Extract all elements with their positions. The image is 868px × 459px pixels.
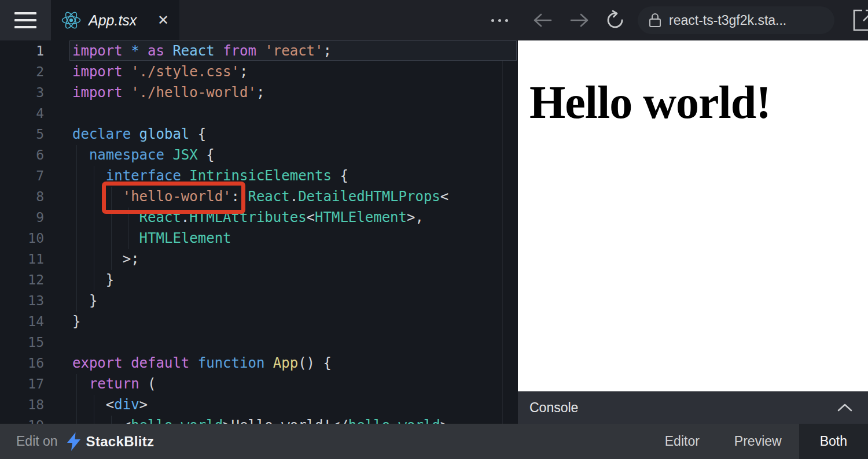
stackblitz-brand-label: StackBlitz: [86, 434, 155, 450]
line-number: 3: [0, 82, 44, 103]
view-tab-both[interactable]: Both: [799, 424, 868, 459]
code-line[interactable]: 2import './style.css';: [0, 61, 518, 82]
line-number: 8: [0, 186, 44, 207]
line-number: 15: [0, 332, 44, 353]
line-number: 12: [0, 269, 44, 290]
line-number: 2: [0, 61, 44, 82]
code-lines: 1import * as React from 'react';2import …: [0, 40, 518, 424]
editor-scrollbar-track[interactable]: [502, 40, 503, 424]
code-line[interactable]: 6 namespace JSX {: [0, 145, 518, 165]
code-line[interactable]: 16export default function App() {: [0, 353, 518, 373]
code-line[interactable]: 3import './hello-world';: [0, 82, 518, 103]
line-number: 7: [0, 165, 44, 186]
top-bar: App.tsx ✕ react-ts: [0, 0, 868, 40]
stackblitz-bolt-icon: [67, 432, 80, 451]
line-number: 5: [0, 124, 44, 145]
forward-button[interactable]: [567, 8, 593, 33]
stackblitz-embed: App.tsx ✕ react-ts: [0, 0, 868, 459]
code-line[interactable]: 13 }: [0, 290, 518, 311]
line-number: 11: [0, 249, 44, 269]
code-line[interactable]: 5declare global {: [0, 124, 518, 145]
console-panel-header[interactable]: Console: [518, 391, 868, 424]
edit-on-stackblitz-link[interactable]: Edit on StackBlitz: [16, 432, 154, 451]
line-number: 4: [0, 103, 44, 124]
tab-close-icon[interactable]: ✕: [157, 13, 169, 27]
hamburger-icon: [14, 12, 36, 14]
hamburger-menu-button[interactable]: [0, 0, 51, 40]
line-number: 18: [0, 394, 44, 415]
line-number: 6: [0, 145, 44, 165]
view-tab-preview[interactable]: Preview: [717, 424, 799, 459]
chevron-up-icon[interactable]: [837, 403, 853, 412]
external-link-icon: [852, 8, 868, 32]
line-number: 13: [0, 290, 44, 311]
preview-pane: Hello world!: [518, 40, 868, 391]
line-number: 16: [0, 353, 44, 373]
react-icon: [61, 10, 81, 30]
code-editor[interactable]: 1import * as React from 'react';2import …: [0, 40, 518, 424]
code-line[interactable]: 19 <hello-world>Hello world!</hello-worl…: [0, 415, 518, 424]
line-number: 17: [0, 373, 44, 394]
line-number: 9: [0, 207, 44, 228]
code-line[interactable]: 12 }: [0, 269, 518, 290]
line-number: 10: [0, 228, 44, 249]
line-number: 1: [0, 40, 44, 61]
editor-options-icon[interactable]: [489, 0, 510, 40]
url-text: react-ts-t3gf2k.sta...: [669, 13, 786, 28]
code-line[interactable]: 11 >;: [0, 249, 518, 269]
code-line[interactable]: 4: [0, 103, 518, 124]
forward-arrow-icon: [569, 12, 590, 29]
code-line[interactable]: 14}: [0, 311, 518, 332]
open-in-new-window-button[interactable]: [852, 8, 868, 32]
tab-title: App.tsx: [89, 12, 137, 29]
url-bar[interactable]: react-ts-t3gf2k.sta...: [638, 6, 834, 34]
code-line[interactable]: 10 HTMLElement: [0, 228, 518, 249]
console-label: Console: [529, 400, 578, 416]
line-number: 14: [0, 311, 44, 332]
code-line[interactable]: 18 <div>: [0, 394, 518, 415]
line-number: 19: [0, 415, 44, 424]
code-line[interactable]: 8 'hello-world': React.DetailedHTMLProps…: [0, 186, 518, 207]
view-tab-editor[interactable]: Editor: [648, 424, 717, 459]
back-arrow-icon: [532, 12, 553, 29]
code-line[interactable]: 17 return (: [0, 373, 518, 394]
refresh-button[interactable]: [603, 8, 628, 33]
preview-heading: Hello world!: [529, 76, 868, 129]
back-button[interactable]: [529, 8, 555, 33]
code-line[interactable]: 15: [0, 332, 518, 353]
refresh-icon: [605, 10, 626, 31]
code-line[interactable]: 9 React.HTMLAttributes<HTMLElement>,: [0, 207, 518, 228]
lock-icon: [648, 12, 662, 28]
code-line[interactable]: 7 interface IntrinsicElements {: [0, 165, 518, 186]
edit-on-label: Edit on: [16, 434, 58, 449]
tab-app-tsx[interactable]: App.tsx ✕: [51, 0, 179, 40]
bottom-bar: Edit on StackBlitz EditorPreviewBoth: [0, 424, 868, 459]
view-mode-tabs: EditorPreviewBoth: [648, 424, 868, 459]
